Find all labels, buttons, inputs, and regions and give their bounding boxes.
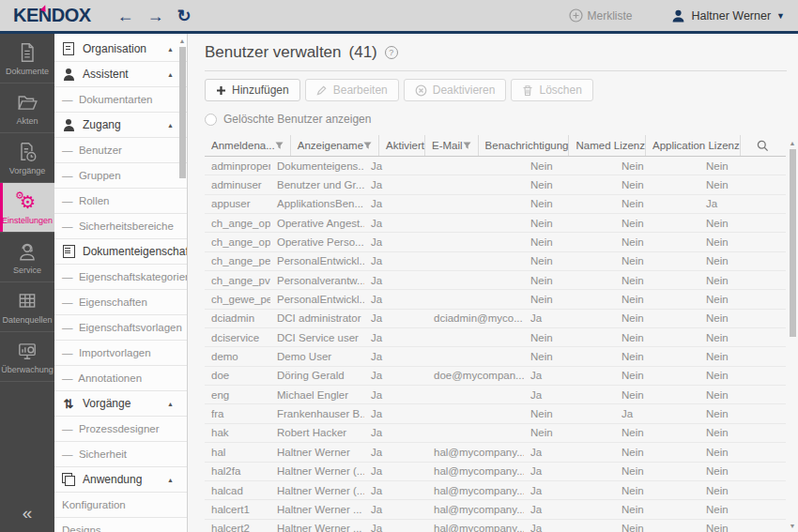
table-row[interactable]: dciadmin DCI administrator Ja dciadmin@m… <box>205 310 786 328</box>
table-row[interactable]: hal2fa Haltner Werner (... Ja hal@mycomp… <box>205 463 786 481</box>
nav-item[interactable]: Designs <box>54 518 187 532</box>
show-deleted-radio[interactable] <box>205 114 217 126</box>
nav-item[interactable]: Prozessdesigner <box>54 417 187 442</box>
nav-item[interactable]: Sicherheitsbereiche <box>54 214 187 239</box>
nav-item[interactable]: Eigenschaftskategorien <box>54 265 187 290</box>
cell-aktiviert: Ja <box>364 236 427 248</box>
table-row[interactable]: doe Döring Gerald Ja doe@mycompan... Ja … <box>205 367 786 386</box>
cell-benachrichtigung: Nein <box>524 408 615 419</box>
cell-anzeigename: Dokumenteigens... <box>270 160 364 172</box>
table-row[interactable]: dciservice DCI Service user Ja Nein Nein… <box>205 328 786 347</box>
cell-anzeigename: Robert Hacker <box>270 427 364 438</box>
nav-item[interactable]: Sicherheit <box>54 442 187 467</box>
filter-icon[interactable] <box>275 142 284 150</box>
cell-named-lizenz: Nein <box>615 294 699 305</box>
forward-icon[interactable]: → <box>147 8 164 24</box>
cell-aktiviert: Ja <box>364 485 427 496</box>
rail-item-akten[interactable]: Akten <box>0 84 54 133</box>
table-row[interactable]: fra Frankenhauser B... Ja Nein Ja Nein <box>205 404 786 423</box>
scroll-up-icon[interactable]: ▲ <box>178 38 186 45</box>
back-icon[interactable]: ← <box>117 8 134 24</box>
refresh-icon[interactable]: ↻ <box>177 8 192 24</box>
cell-named-lizenz: Nein <box>615 485 699 496</box>
user-menu[interactable]: Haltner Werner ▼ <box>670 8 785 23</box>
rail-item-service[interactable]: Service <box>0 233 54 282</box>
settings-nav-list: Organisation Assistent Dokumentarten <box>54 34 187 532</box>
column-header[interactable]: Anmeldena... <box>205 135 291 156</box>
cell-application-lizenz: Nein <box>699 218 773 229</box>
nav-item[interactable]: Assistent <box>54 62 187 87</box>
table-row[interactable]: adminproperties Dokumenteigens... Ja Nei… <box>205 157 786 175</box>
table-row[interactable]: eng Michael Engler Ja Ja Nein Nein <box>205 386 786 404</box>
filter-icon[interactable] <box>363 142 372 150</box>
cell-named-lizenz: Nein <box>615 236 699 248</box>
nav-item[interactable]: Dokumenteigenschaften <box>54 239 187 265</box>
table-scrollbar[interactable]: ▲ ▼ <box>789 140 796 532</box>
table-scrollbar-thumb[interactable] <box>790 149 796 337</box>
table-row[interactable]: ch_ange_pv Personalverantw... Ja Nein Ne… <box>205 271 786 290</box>
search-button[interactable] <box>741 135 786 156</box>
table-row[interactable]: appuser ApplikationsBen... Ja Nein Nein … <box>205 195 786 214</box>
nav-scrollbar[interactable]: ▲ <box>178 38 186 532</box>
table-row[interactable]: halcad Haltner Werner (... Ja hal@mycomp… <box>205 481 786 500</box>
cell-named-lizenz: Nein <box>615 389 699 401</box>
nav-item[interactable]: Eigenschaften <box>54 290 187 315</box>
nav-item[interactable]: Anwendung <box>54 467 187 493</box>
column-header[interactable]: Anzeigename <box>291 135 379 156</box>
nav-item[interactable]: Importvorlagen <box>54 341 187 366</box>
rail-item-ueberwachung[interactable]: Überwachung <box>0 332 54 382</box>
nav-item[interactable]: Konfiguration <box>54 493 187 518</box>
nav-item[interactable]: Annotationen <box>54 366 187 391</box>
table-row[interactable]: hal Haltner Werner Ja hal@mycompany... J… <box>205 443 786 462</box>
column-header[interactable]: Aktiviert <box>379 135 425 156</box>
cell-anmeldename: demo <box>205 351 270 362</box>
table-row[interactable]: ch_ange_op Operative Angest... Ja Nein N… <box>205 214 786 233</box>
rail-item-vorgaenge[interactable]: Vorgänge <box>0 133 54 183</box>
edit-user-button[interactable]: Bearbeiten <box>305 79 399 101</box>
document-icon <box>16 41 38 64</box>
rail-item-datenquellen[interactable]: Datenquellen <box>0 282 54 332</box>
nav-item[interactable]: Rollen <box>54 189 187 214</box>
collapse-sidebar-button[interactable]: « <box>0 494 54 532</box>
cell-aktiviert: Ja <box>364 275 427 286</box>
rail-item-dokumente[interactable]: Dokumente <box>0 34 54 84</box>
table-row[interactable]: halcert1 Haltner Werner ... Ja hal@mycom… <box>205 500 786 519</box>
merkliste-label: Merkliste <box>588 9 633 23</box>
nav-item-label: Benutzer <box>62 144 122 156</box>
edit-user-label: Bearbeiten <box>333 84 388 97</box>
help-icon[interactable]: ? <box>385 46 398 59</box>
scroll-down-icon[interactable]: ▼ <box>789 523 796 530</box>
column-header[interactable]: Benachrichtigung <box>479 135 570 156</box>
cell-application-lizenz: Nein <box>699 465 773 477</box>
table-row[interactable]: ch_ange_pe PersonalEntwickl... Ja Nein N… <box>205 252 786 271</box>
cell-aktiviert: Ja <box>364 523 427 532</box>
filter-icon[interactable] <box>463 142 471 150</box>
column-header[interactable]: Application Lizenz <box>646 135 741 156</box>
add-user-button[interactable]: Hinzufügen <box>205 79 300 101</box>
delete-user-button[interactable]: Löschen <box>511 79 592 101</box>
table-row[interactable]: demo Demo User Ja Nein Nein Nein <box>205 347 786 366</box>
table-row[interactable]: halcert2 Haltner Werner ... Ja hal@mycom… <box>205 520 786 532</box>
nav-scrollbar-thumb[interactable] <box>179 47 186 178</box>
table-row[interactable]: hak Robert Hacker Ja Nein Nein Nein <box>205 424 786 443</box>
cell-anmeldename: hal <box>205 447 270 458</box>
nav-item[interactable]: Eigenschaftsvorlagen <box>54 315 187 341</box>
column-header[interactable]: Named Lizenz <box>569 135 646 156</box>
merkliste-button[interactable]: Merkliste <box>569 8 633 23</box>
plus-icon <box>216 85 226 96</box>
rail-item-einstellungen[interactable]: ⚙⚙ Einstellungen <box>0 183 54 233</box>
table-row[interactable]: adminuser Benutzer und Gr... Ja Nein Nei… <box>205 175 786 194</box>
deactivate-user-button[interactable]: Deaktivieren <box>404 79 507 101</box>
nav-item[interactable]: Benutzer <box>54 138 187 163</box>
table-row[interactable]: ch_ange_opb Operative Perso... Ja Nein N… <box>205 233 786 251</box>
scroll-up-icon[interactable]: ▲ <box>789 140 796 147</box>
column-header[interactable]: E-Mail <box>425 135 479 156</box>
nav-item[interactable]: Vorgänge <box>54 391 187 417</box>
nav-item[interactable]: Gruppen <box>54 163 187 189</box>
column-header-label: Application Lizenz <box>652 140 740 151</box>
show-deleted-toggle[interactable]: Gelöschte Benutzer anzeigen <box>205 113 798 126</box>
nav-item[interactable]: Dokumentarten <box>54 87 187 113</box>
table-row[interactable]: ch_gewe_pe PersonalEntwickl... Ja Nein N… <box>205 290 786 309</box>
nav-item[interactable]: Organisation <box>54 37 187 62</box>
nav-item[interactable]: Zugang <box>54 113 187 138</box>
